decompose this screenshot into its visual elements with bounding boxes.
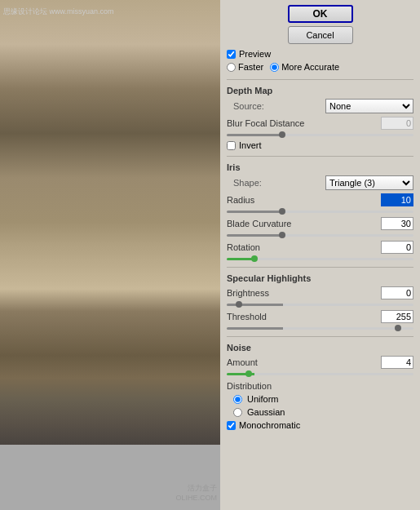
settings-panel: OK Cancel Preview Faster More Accurate D… bbox=[220, 0, 420, 510]
gaussian-radio[interactable] bbox=[233, 408, 242, 417]
divider-1 bbox=[227, 79, 413, 80]
monochromatic-checkbox[interactable] bbox=[227, 421, 236, 430]
divider-4 bbox=[227, 336, 413, 337]
watermark-line2: OLIHE.COM bbox=[175, 494, 217, 502]
divider-3 bbox=[227, 267, 413, 268]
rotation-label: Rotation bbox=[227, 242, 292, 252]
invert-row: Invert bbox=[227, 140, 413, 150]
source-select[interactable]: None bbox=[325, 99, 413, 113]
radius-slider-track[interactable] bbox=[227, 211, 413, 213]
cancel-button[interactable]: Cancel bbox=[288, 26, 353, 44]
watermark-bottom: 活力盒子 OLIHE.COM bbox=[175, 483, 217, 502]
shape-label: Shape: bbox=[227, 178, 298, 188]
quality-row: Faster More Accurate bbox=[227, 62, 413, 72]
blade-curvature-slider-thumb[interactable] bbox=[279, 232, 285, 238]
threshold-row: Threshold bbox=[227, 310, 413, 323]
blur-focal-row: Blur Focal Distance bbox=[227, 117, 413, 130]
shape-row: Shape: Triangle (3) bbox=[227, 175, 413, 190]
divider-2 bbox=[227, 156, 413, 157]
blade-curvature-slider-track[interactable] bbox=[227, 234, 413, 237]
rotation-slider-track[interactable] bbox=[227, 258, 413, 260]
preview-label: Preview bbox=[239, 49, 271, 59]
blade-curvature-label: Blade Curvature bbox=[227, 219, 292, 228]
faster-label: Faster bbox=[238, 62, 263, 72]
specular-section-label: Specular Highlights bbox=[227, 273, 413, 283]
brightness-slider-track[interactable] bbox=[227, 304, 413, 306]
blur-focal-value bbox=[381, 117, 413, 130]
blur-focal-slider-track[interactable] bbox=[227, 134, 413, 136]
faster-radio[interactable] bbox=[227, 63, 236, 72]
watermark-top: 思缘设计论坛 www.missyuan.com bbox=[3, 7, 114, 17]
invert-checkbox[interactable] bbox=[227, 141, 236, 150]
noise-section-label: Noise bbox=[227, 343, 413, 353]
brightness-value[interactable] bbox=[381, 286, 413, 299]
action-buttons: OK Cancel bbox=[227, 5, 413, 44]
amount-label: Amount bbox=[227, 357, 292, 367]
ok-button[interactable]: OK bbox=[288, 5, 353, 23]
distribution-label: Distribution bbox=[227, 381, 413, 391]
preview-checkbox[interactable] bbox=[227, 50, 236, 59]
threshold-slider-track[interactable] bbox=[227, 327, 413, 330]
threshold-value[interactable] bbox=[381, 310, 413, 323]
shape-select[interactable]: Triangle (3) bbox=[325, 175, 413, 190]
brightness-row: Brightness bbox=[227, 286, 413, 299]
amount-slider-thumb[interactable] bbox=[245, 370, 252, 377]
radius-slider-thumb[interactable] bbox=[279, 208, 285, 215]
preview-row: Preview bbox=[227, 49, 413, 59]
image-preview-panel: 思缘设计论坛 www.missyuan.com 活力盒子 OLIHE.COM bbox=[0, 0, 220, 510]
rotation-value[interactable] bbox=[381, 241, 413, 254]
uniform-label: Uniform bbox=[247, 394, 279, 404]
blade-curvature-value[interactable] bbox=[381, 217, 413, 230]
monochromatic-label: Monochromatic bbox=[239, 420, 300, 430]
gaussian-label: Gaussian bbox=[247, 407, 285, 417]
faster-option: Faster bbox=[227, 62, 263, 72]
gaussian-option: Gaussian bbox=[233, 407, 413, 417]
more-accurate-option: More Accurate bbox=[270, 62, 339, 72]
rotation-slider-thumb[interactable] bbox=[251, 255, 258, 262]
monochromatic-row: Monochromatic bbox=[227, 420, 413, 430]
watermark-line1: 活力盒子 bbox=[175, 483, 217, 494]
amount-slider-track[interactable] bbox=[227, 373, 413, 375]
more-accurate-label: More Accurate bbox=[281, 62, 339, 72]
threshold-label: Threshold bbox=[227, 312, 292, 322]
uniform-radio[interactable] bbox=[233, 395, 242, 404]
radius-label: Radius bbox=[227, 195, 292, 205]
blade-curvature-row: Blade Curvature bbox=[227, 217, 413, 230]
depth-map-section-label: Depth Map bbox=[227, 86, 413, 95]
amount-value[interactable] bbox=[381, 356, 413, 369]
invert-label: Invert bbox=[239, 140, 262, 150]
blur-focal-label: Blur Focal Distance bbox=[227, 118, 304, 128]
iris-section-label: Iris bbox=[227, 162, 413, 172]
blur-focal-slider-thumb[interactable] bbox=[279, 131, 285, 138]
uniform-option: Uniform bbox=[233, 394, 413, 404]
source-label: Source: bbox=[227, 101, 298, 111]
threshold-slider-thumb[interactable] bbox=[395, 325, 401, 331]
brightness-label: Brightness bbox=[227, 288, 292, 298]
radius-row: Radius bbox=[227, 193, 413, 206]
brightness-slider-thumb[interactable] bbox=[236, 301, 242, 308]
amount-row: Amount bbox=[227, 356, 413, 369]
rotation-row: Rotation bbox=[227, 241, 413, 254]
more-accurate-radio[interactable] bbox=[270, 63, 279, 72]
photo-background bbox=[0, 0, 220, 445]
radius-value[interactable] bbox=[381, 193, 413, 206]
source-row: Source: None bbox=[227, 99, 413, 113]
